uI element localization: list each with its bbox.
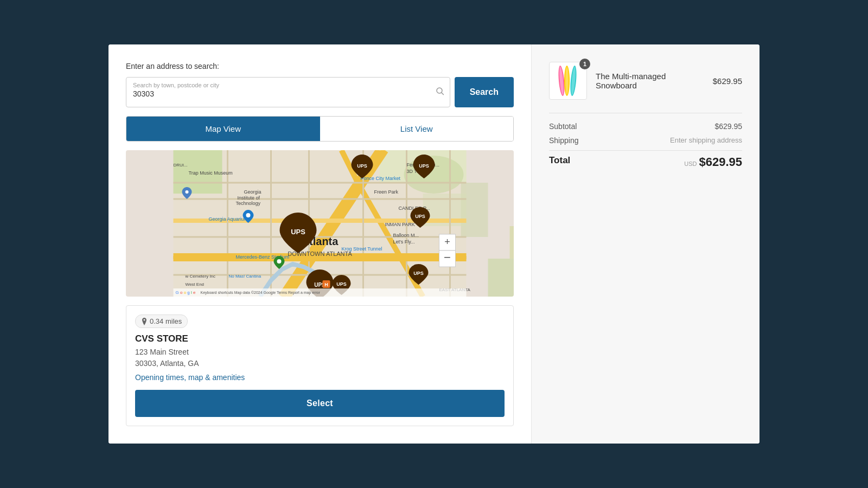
svg-text:Trap Music Museum: Trap Music Museum [189, 170, 233, 176]
store-name: CVS STORE [135, 333, 505, 344]
svg-line-1 [442, 93, 444, 95]
svg-text:w Cemetery Inc: w Cemetery Inc [185, 274, 216, 279]
address-label: Enter an address to search: [126, 62, 514, 70]
distance-text: 0.34 miles [150, 317, 182, 325]
product-badge: 1 [579, 59, 590, 69]
shipping-label: Shipping [549, 136, 579, 145]
svg-text:Institute of: Institute of [238, 195, 260, 201]
svg-text:INMAN PARK: INMAN PARK [385, 222, 415, 227]
main-container: Enter an address to search: Search by to… [108, 44, 760, 444]
svg-text:Krog Street Tunnel: Krog Street Tunnel [342, 246, 382, 252]
total-value-wrapper: USD $629.95 [684, 155, 742, 169]
grand-total-value: $629.95 [699, 155, 742, 169]
product-name: The Multi-managed Snowboard [596, 72, 704, 90]
product-price: $629.95 [713, 76, 742, 86]
search-input-wrapper: Search by town, postcode or city 30303 [126, 77, 450, 107]
svg-text:West End: West End [186, 282, 205, 287]
select-button[interactable]: Select [135, 390, 505, 417]
svg-text:Balloon M...: Balloon M... [393, 233, 419, 238]
svg-text:G
          o
          o
    : G o o g l e [176, 290, 196, 295]
right-panel: 1 The Multi-managed Snowboard $629.95 Su… [532, 44, 760, 444]
search-button[interactable]: Search [455, 77, 514, 107]
tab-list-view[interactable]: List View [320, 117, 514, 141]
total-label: Total [549, 155, 570, 169]
shipping-value: Enter shipping address [670, 136, 742, 145]
currency-label: USD [684, 160, 697, 167]
svg-rect-9 [510, 226, 514, 259]
svg-text:DRUI...: DRUI... [174, 163, 188, 168]
svg-text:Let's Fly...: Let's Fly... [393, 239, 415, 245]
svg-text:−: − [444, 251, 451, 264]
svg-text:UPS: UPS [415, 214, 425, 219]
search-input[interactable] [126, 78, 450, 107]
svg-text:Technology: Technology [236, 201, 261, 206]
svg-text:Georgia: Georgia [244, 189, 261, 195]
subtotal-label: Subtotal [549, 122, 577, 131]
grand-total-row: Total USD $629.95 [549, 150, 742, 169]
svg-point-55 [186, 190, 189, 194]
svg-point-52 [277, 259, 282, 264]
svg-text:Ponce City Market: Ponce City Market [361, 176, 401, 181]
order-item: 1 The Multi-managed Snowboard $629.95 [549, 62, 742, 100]
svg-text:UPS: UPS [357, 163, 367, 169]
svg-text:H: H [324, 282, 328, 287]
search-row: Search by town, postcode or city 30303 S… [126, 77, 514, 107]
svg-text:UPS: UPS [291, 228, 305, 236]
svg-text:UPS: UPS [419, 163, 429, 169]
distance-badge: 0.34 miles [135, 314, 188, 328]
svg-point-66 [565, 67, 569, 95]
svg-text:No Mas! Cantina: No Mas! Cantina [229, 274, 261, 279]
search-icon [436, 87, 444, 98]
svg-point-51 [246, 213, 251, 217]
svg-text:UPS: UPS [413, 271, 424, 276]
map-container[interactable]: Atlanta DOWNTOWN ATLANTA Trap Music Muse… [126, 150, 514, 297]
store-address: 123 Main Street 30303, Atlanta, GA [135, 346, 505, 369]
tab-map-view[interactable]: Map View [126, 117, 320, 141]
svg-text:+: + [444, 236, 450, 247]
location-pin-icon [141, 318, 148, 325]
view-tabs: Map View List View [126, 116, 514, 142]
svg-text:Keyboard shortcuts   Map data : Keyboard shortcuts Map data ©2024 Google… [201, 291, 321, 295]
order-totals: Subtotal $629.95 Shipping Enter shipping… [549, 113, 742, 169]
store-details-link[interactable]: Opening times, map & amenities [135, 373, 245, 382]
shipping-row: Shipping Enter shipping address [549, 136, 742, 145]
svg-text:Freen Park: Freen Park [374, 189, 399, 195]
svg-text:UPS: UPS [336, 281, 347, 287]
store-card: 0.34 miles CVS STORE 123 Main Street 303… [126, 305, 514, 426]
svg-rect-8 [488, 259, 514, 297]
left-panel: Enter an address to search: Search by to… [108, 44, 532, 444]
product-image-wrapper: 1 [549, 62, 587, 100]
subtotal-row: Subtotal $629.95 [549, 122, 742, 131]
store-address-line1: 123 Main Street [135, 348, 189, 356]
svg-text:Georgia Aquarium: Georgia Aquarium [209, 216, 248, 222]
store-address-line2: 30303, Atlanta, GA [135, 359, 199, 368]
subtotal-value: $629.95 [714, 122, 742, 131]
